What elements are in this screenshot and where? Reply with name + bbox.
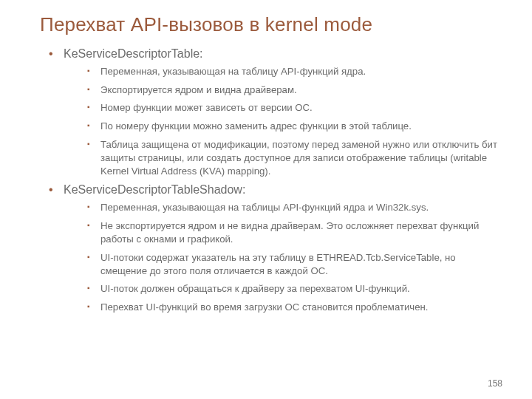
list-item: Переменная, указывающая на таблицу API-ф… — [87, 65, 502, 78]
list-item: Таблица защищена от модификации, поэтому… — [87, 138, 502, 177]
page-title: Перехват API-вызовов в kernel mode — [40, 13, 502, 36]
list-item: Экспортируется ядром и видна драйверам. — [87, 83, 502, 97]
list-item: Не экспортируется ядром и не видна драйв… — [87, 219, 502, 246]
section-heading: KeServiceDescriptorTable: — [64, 47, 203, 60]
page-number: 158 — [488, 378, 502, 389]
list-item: По номеру функции можно заменить адрес ф… — [87, 120, 502, 133]
list-item: KeServiceDescriptorTable: Переменная, ук… — [49, 47, 502, 177]
list-item: Перехват UI-функций во время загрузки ОС… — [87, 301, 502, 314]
section-heading: KeServiceDescriptorTableShadow: — [64, 183, 245, 196]
list-item: Переменная, указывающая на таблицы API-ф… — [87, 201, 502, 214]
list-item: UI-потоки содержат указатель на эту табл… — [87, 251, 502, 278]
list-item: KeServiceDescriptorTableShadow: Переменн… — [49, 183, 502, 313]
sub-list: Переменная, указывающая на таблицы API-ф… — [64, 201, 502, 314]
list-item: Номер функции может зависеть от версии О… — [87, 101, 502, 115]
content-list: KeServiceDescriptorTable: Переменная, ук… — [30, 47, 502, 314]
list-item: UI-поток должен обращаться к драйверу за… — [87, 282, 502, 296]
sub-list: Переменная, указывающая на таблицу API-ф… — [64, 65, 502, 178]
slide: Перехват API-вызовов в kernel mode KeSer… — [0, 0, 532, 399]
